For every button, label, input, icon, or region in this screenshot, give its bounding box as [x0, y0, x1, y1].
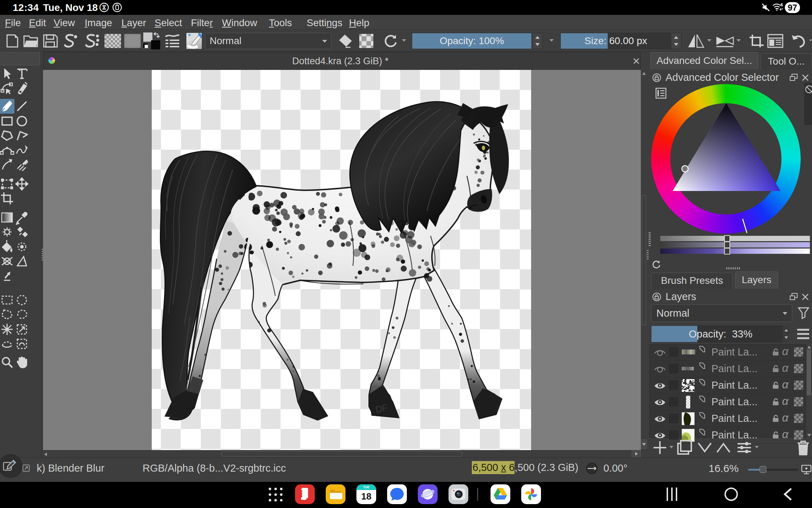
svg-text:6: 6	[781, 2, 783, 7]
